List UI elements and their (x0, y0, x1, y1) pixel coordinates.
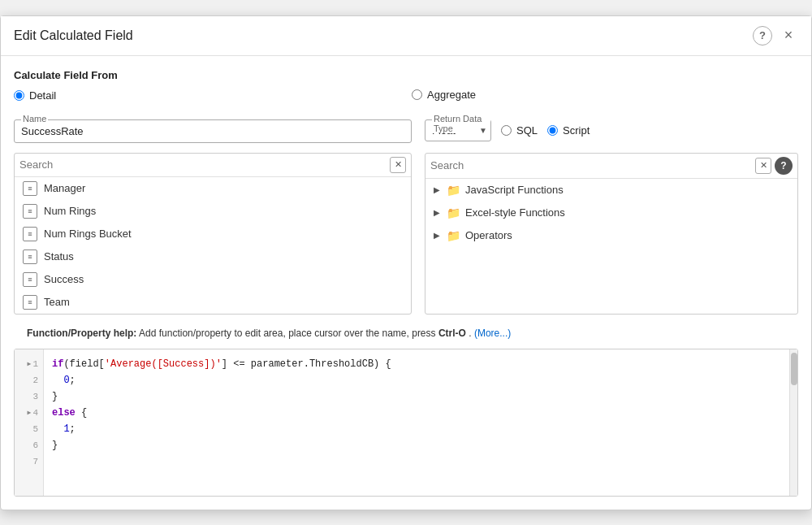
line-num-3: 3 (19, 388, 38, 405)
edit-calculated-field-dialog: Edit Calculated Field ? × Calculate Fiel… (0, 15, 812, 510)
help-more-link[interactable]: (More...) (474, 328, 511, 339)
name-field-container: Name (14, 119, 412, 143)
field-icon: ≡ (23, 249, 37, 264)
tree-arrow-icon: ▶ (434, 231, 442, 240)
field-label: Team (44, 296, 70, 308)
list-item[interactable]: ≡ Num Rings (15, 200, 411, 223)
code-content[interactable]: if(field['Average([Success])'] <= parame… (44, 349, 789, 496)
line-number: 5 (32, 424, 38, 434)
folder-icon: 📁 (447, 229, 460, 242)
field-label: Num Rings (44, 205, 96, 217)
tree-item-label: JavaScript Functions (465, 184, 564, 196)
functions-help-button[interactable]: ? (775, 157, 793, 175)
line-num-6: 6 (19, 437, 38, 453)
functions-panel: ✕ ? ▶ 📁 JavaScript Functions ▶ 📁 Excel-s… (425, 153, 798, 315)
field-label: Manager (44, 182, 85, 194)
line-arrow-icon: ▶ (28, 360, 32, 367)
code-editor[interactable]: ▶ 1 2 3 ▶ 4 5 (15, 349, 797, 496)
list-item[interactable]: ≡ Success (15, 268, 411, 291)
name-field-wrapper: Name (14, 119, 412, 143)
header-icons: ? × (753, 26, 798, 46)
field-icon: ≡ (23, 181, 37, 196)
fields-list: ≡ Manager ≡ Num Rings ≡ Num Rings Bucket… (15, 177, 411, 314)
return-type-container: Return Data Type Float Integer String Bo… (425, 119, 798, 143)
line-num-5: 5 (19, 421, 38, 437)
list-item[interactable]: ≡ Num Rings Bucket (15, 223, 411, 245)
line-number: 3 (32, 392, 38, 401)
scrollbar-track[interactable] (789, 349, 797, 496)
return-type-section: Return Data Type Float Integer String Bo… (425, 119, 798, 141)
field-label: Num Rings Bucket (44, 228, 132, 240)
fields-search-bar: ✕ (15, 154, 411, 177)
name-return-row: Name Return Data Type Float Integer Stri… (14, 119, 798, 143)
line-number: 7 (32, 457, 38, 466)
tree-item-js-functions[interactable]: ▶ 📁 JavaScript Functions (425, 179, 797, 202)
field-icon: ≡ (23, 272, 37, 287)
list-item[interactable]: ≡ Status (15, 245, 411, 268)
dialog-body: Calculate Field From Detail Aggregate (1, 56, 811, 510)
script-radio-group[interactable]: Script (547, 124, 590, 137)
help-icon-button[interactable]: ? (753, 26, 772, 46)
fields-panel: ✕ ≡ Manager ≡ Num Rings ≡ Num Rings Buck… (14, 153, 412, 315)
detail-radio-label[interactable]: Detail (29, 89, 56, 102)
calculate-from-radio-row: Detail (14, 89, 412, 102)
detail-radio-group[interactable]: Detail (14, 89, 56, 102)
tree-item-label: Excel-style Functions (465, 206, 565, 219)
field-label: Success (44, 273, 84, 285)
functions-search-clear-button[interactable]: ✕ (755, 158, 771, 174)
section-title: Calculate Field From (14, 69, 412, 81)
list-item[interactable]: ≡ Manager (15, 177, 411, 200)
line-num-4: ▶ 4 (19, 405, 38, 421)
return-type-label: Return Data Type (432, 114, 490, 133)
aggregate-radio[interactable] (412, 89, 422, 100)
help-space: . (469, 328, 474, 339)
tree-arrow-icon: ▶ (434, 208, 442, 217)
line-number: 2 (32, 375, 38, 385)
function-help-row: Function/Property help: Add function/pro… (14, 323, 798, 344)
aggregate-radio-group[interactable]: Aggregate (412, 89, 798, 101)
line-number: 6 (32, 440, 38, 450)
folder-icon: 📁 (447, 206, 460, 219)
code-editor-area: ▶ 1 2 3 ▶ 4 5 (14, 349, 798, 497)
functions-search-bar: ✕ ? (425, 154, 797, 179)
script-radio-label[interactable]: Script (563, 124, 590, 137)
script-radio[interactable] (547, 125, 558, 136)
tree-item-label: Operators (465, 229, 512, 241)
line-number: 4 (32, 408, 38, 418)
tree-item-operators[interactable]: ▶ 📁 Operators (425, 224, 797, 247)
aggregate-radio-label[interactable]: Aggregate (427, 89, 476, 101)
help-label: Function/Property help: (27, 328, 136, 339)
help-text: Add function/property to edit area, plac… (139, 328, 438, 339)
fields-search-input[interactable] (19, 158, 387, 171)
sql-radio-label[interactable]: SQL (516, 124, 538, 137)
line-num-1: ▶ 1 (19, 356, 38, 372)
sql-radio[interactable] (501, 125, 512, 136)
name-field-label: Name (21, 114, 48, 124)
fields-search-clear-button[interactable]: ✕ (390, 157, 406, 173)
line-num-2: 2 (19, 372, 38, 388)
line-number: 1 (32, 359, 38, 369)
field-icon: ≡ (23, 295, 37, 310)
return-type-wrapper: Return Data Type Float Integer String Bo… (425, 119, 491, 141)
line-arrow-icon: ▶ (28, 409, 32, 416)
dialog-header: Edit Calculated Field ? × (1, 16, 811, 56)
field-icon: ≡ (23, 227, 37, 241)
detail-radio[interactable] (14, 90, 24, 101)
functions-tree: ▶ 📁 JavaScript Functions ▶ 📁 Excel-style… (425, 179, 797, 314)
name-input[interactable] (21, 124, 404, 139)
line-num-7: 7 (19, 453, 38, 470)
functions-search-input[interactable] (430, 159, 752, 171)
field-label: Status (44, 250, 74, 262)
list-item[interactable]: ≡ Team (15, 291, 411, 314)
tree-arrow-icon: ▶ (434, 185, 442, 194)
line-numbers: ▶ 1 2 3 ▶ 4 5 (15, 349, 44, 496)
field-icon: ≡ (23, 204, 37, 219)
panels-row: ✕ ≡ Manager ≡ Num Rings ≡ Num Rings Buck… (14, 153, 798, 315)
folder-icon: 📁 (447, 184, 460, 197)
dialog-title: Edit Calculated Field (14, 28, 133, 43)
sql-radio-group[interactable]: SQL (501, 124, 538, 137)
tree-item-excel-functions[interactable]: ▶ 📁 Excel-style Functions (425, 202, 797, 224)
close-dialog-button[interactable]: × (779, 26, 798, 46)
scrollbar-thumb[interactable] (791, 353, 797, 385)
help-shortcut: Ctrl-O (438, 328, 466, 339)
